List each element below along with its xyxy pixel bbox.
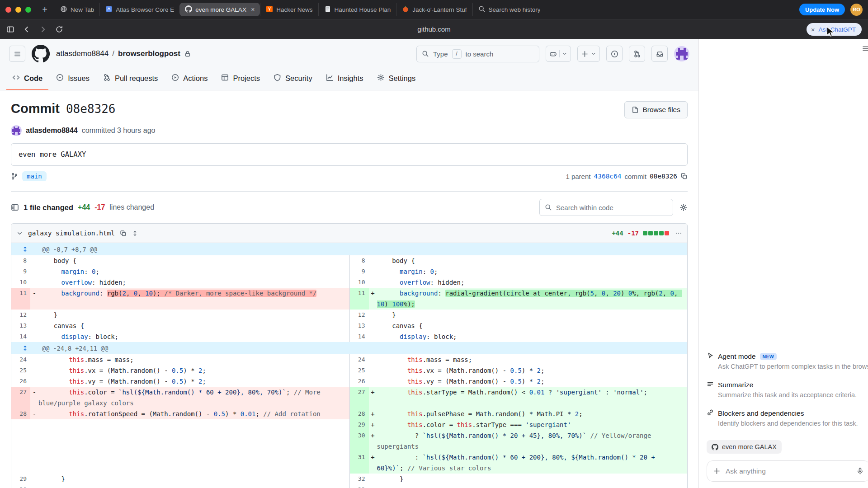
line-number[interactable]: 26: [350, 376, 369, 387]
address-bar[interactable]: github.com: [0, 25, 868, 33]
agent-mode-icon: [707, 352, 714, 361]
line-number[interactable]: 32: [350, 474, 369, 484]
file-options-button[interactable]: [675, 230, 682, 237]
repo-tab-actions[interactable]: Actions: [165, 67, 213, 90]
repo-tab-pull-requests[interactable]: Pull requests: [97, 67, 164, 90]
line-number[interactable]: 24: [11, 354, 30, 365]
browser-tab-hacker-news[interactable]: Hacker News: [260, 3, 318, 16]
global-search-input[interactable]: Type / to search: [416, 46, 539, 62]
line-number[interactable]: 14: [11, 331, 30, 342]
line-number[interactable]: 10: [350, 277, 369, 288]
close-window-button[interactable]: [5, 7, 11, 13]
line-number[interactable]: 31: [350, 452, 369, 474]
breadcrumb-repo[interactable]: browserblogpost: [118, 49, 180, 58]
commit-author[interactable]: atlasdemo8844: [26, 127, 78, 135]
line-number[interactable]: 27: [11, 387, 30, 408]
create-new-button[interactable]: [577, 46, 600, 62]
ask-chatgpt-button[interactable]: × Ask ChatGPT: [807, 23, 862, 36]
browser-tab-search-web-history[interactable]: Search web history: [472, 3, 546, 16]
line-number[interactable]: 25: [11, 365, 30, 376]
toggle-sidebar-button[interactable]: [6, 25, 14, 33]
line-number[interactable]: 25: [350, 365, 369, 376]
line-number[interactable]: 30: [11, 484, 30, 488]
line-number[interactable]: 33: [350, 484, 369, 488]
user-avatar[interactable]: [674, 46, 689, 61]
diff-line-ctx: 14 display: block;: [11, 331, 349, 342]
profile-avatar[interactable]: RO: [850, 4, 863, 16]
breadcrumb-owner[interactable]: atlasdemo8844: [56, 49, 108, 58]
line-number[interactable]: 12: [11, 310, 30, 320]
repo-tab-security[interactable]: Security: [268, 67, 318, 90]
line-number[interactable]: 30: [350, 430, 369, 452]
ask-anything-input[interactable]: [726, 467, 851, 475]
copy-path-button[interactable]: [120, 230, 127, 237]
suggestion-blockers[interactable]: Blockers and dependenciesIdentify blocke…: [707, 409, 868, 427]
line-number[interactable]: 8: [11, 255, 30, 266]
line-number[interactable]: 11: [11, 288, 30, 310]
line-number[interactable]: 11: [350, 288, 369, 310]
line-number[interactable]: 12: [350, 310, 369, 320]
collapse-file-button[interactable]: [16, 230, 23, 237]
reload-button[interactable]: [55, 25, 63, 33]
issues-dashboard-button[interactable]: [606, 46, 623, 62]
line-number[interactable]: 28: [11, 408, 30, 419]
author-avatar[interactable]: [11, 125, 22, 136]
repo-tab-projects[interactable]: Projects: [215, 67, 266, 90]
browser-tab-even-more-galaxy[interactable]: even more GALAXY×: [179, 3, 260, 16]
browser-tab-haunted-house-plan[interactable]: Haunted House Plan: [318, 3, 396, 16]
line-number[interactable]: 28: [350, 408, 369, 419]
inbox-button[interactable]: [651, 46, 668, 62]
context-chip[interactable]: even more GALAX: [707, 440, 782, 454]
pull-requests-dashboard-button[interactable]: [629, 46, 645, 62]
line-number[interactable]: 29: [11, 474, 30, 484]
branch-label[interactable]: main: [22, 171, 47, 181]
new-tab-button[interactable]: +: [38, 3, 51, 16]
line-number[interactable]: 13: [11, 320, 30, 331]
expand-hunk-button[interactable]: [11, 345, 38, 352]
repo-tab-issues[interactable]: Issues: [50, 67, 95, 90]
attach-button[interactable]: [713, 467, 721, 475]
panel-menu-button[interactable]: [862, 44, 868, 53]
browser-tab-jack-o-lantern-stuf[interactable]: Jack-o'-Lantern Stuf: [396, 3, 472, 16]
line-number[interactable]: 24: [350, 354, 369, 365]
tab-close-icon[interactable]: ×: [251, 6, 255, 13]
line-number[interactable]: 26: [11, 376, 30, 387]
minimize-window-button[interactable]: [15, 7, 21, 13]
parent-sha-link[interactable]: 4368c64: [594, 173, 621, 180]
zoom-window-button[interactable]: [25, 7, 31, 13]
forward-button[interactable]: [39, 25, 47, 33]
diff-settings-button[interactable]: [679, 203, 688, 211]
line-number[interactable]: 9: [350, 266, 369, 277]
browse-files-button[interactable]: Browse files: [624, 101, 688, 118]
expand-file-button[interactable]: [132, 230, 138, 237]
line-number[interactable]: 10: [11, 277, 30, 288]
github-logo[interactable]: [32, 45, 50, 63]
browser-tab-atlas-browser-core-e[interactable]: Atlas Browser Core E: [99, 3, 179, 16]
repo-tab-code[interactable]: Code: [6, 67, 48, 90]
expand-hunk-button[interactable]: [11, 246, 38, 253]
copy-sha-button[interactable]: [680, 173, 688, 180]
line-number[interactable]: 8: [350, 255, 369, 266]
suggestion-summarize[interactable]: SummarizeSummarize this task and its acc…: [707, 380, 868, 399]
search-within-code-input[interactable]: [556, 204, 668, 211]
back-button[interactable]: [23, 25, 31, 33]
update-now-button[interactable]: Update Now: [799, 4, 845, 15]
line-number[interactable]: 29: [350, 419, 369, 430]
close-icon[interactable]: ×: [811, 26, 815, 33]
file-tree-toggle-button[interactable]: [11, 203, 19, 211]
line-number[interactable]: 9: [11, 266, 30, 277]
diff-sign: [369, 277, 377, 288]
diff-line-ctx: 13 canvas {: [349, 320, 688, 331]
repo-tab-insights[interactable]: Insights: [320, 67, 369, 90]
line-number[interactable]: 27: [350, 387, 369, 408]
line-number[interactable]: 14: [350, 331, 369, 342]
file-name[interactable]: galaxy_simulation.html: [28, 230, 115, 237]
line-number[interactable]: 13: [350, 320, 369, 331]
browser-tab-new-tab[interactable]: New Tab: [55, 3, 99, 16]
microphone-button[interactable]: [856, 467, 864, 475]
repo-tab-settings[interactable]: Settings: [371, 67, 422, 90]
global-menu-button[interactable]: [9, 46, 25, 62]
copilot-button[interactable]: [546, 46, 571, 62]
file-deletions: -17: [627, 230, 639, 237]
suggestion-agent-mode[interactable]: Agent modeNEWAsk ChatGPT to perform comp…: [707, 352, 868, 370]
